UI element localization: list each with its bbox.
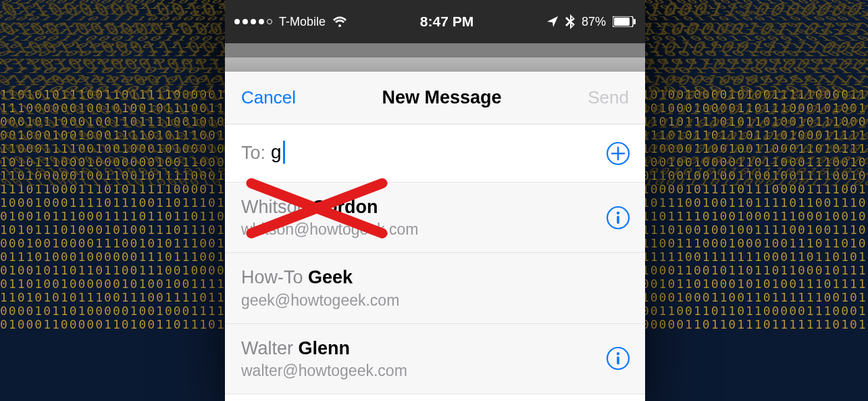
plus-circle-icon [606, 141, 630, 166]
send-button[interactable]: Send [588, 87, 629, 108]
info-circle-icon [606, 206, 630, 230]
to-input[interactable]: g [271, 141, 603, 165]
status-bar: T-Mobile 8:47 PM 87% [225, 0, 645, 43]
status-time: 8:47 PM [347, 14, 546, 30]
contact-suggestion[interactable]: How-To Geekgeek@howtogeek.com [225, 253, 645, 323]
contact-name: How-To Geek [241, 266, 633, 288]
info-circle-icon [606, 346, 630, 371]
to-input-value: g [271, 141, 282, 162]
contact-name: Walter Glenn [241, 337, 603, 359]
compose-sheet: Cancel New Message Send To: g Whitson Go… [225, 72, 645, 394]
add-contact-button[interactable] [603, 139, 633, 168]
battery-icon [613, 16, 636, 27]
signal-dots-icon [234, 19, 272, 24]
to-label: To: [241, 143, 265, 164]
bluetooth-icon [565, 14, 575, 29]
contact-info-button[interactable] [603, 203, 633, 233]
compose-title: New Message [382, 87, 502, 108]
cancel-button[interactable]: Cancel [241, 87, 296, 108]
to-field-row[interactable]: To: g [225, 124, 645, 183]
contact-email: walter@howtogeek.com [241, 362, 603, 380]
carrier-name: T-Mobile [279, 15, 326, 29]
battery-percent: 87% [582, 15, 606, 29]
contact-suggestion[interactable]: Walter Glennwalter@howtogeek.com [225, 324, 645, 394]
contact-email: geek@howtogeek.com [241, 291, 633, 310]
wifi-icon [332, 16, 347, 28]
contact-name: Whitson Gordon [241, 196, 603, 218]
back-card-edge [225, 57, 645, 72]
svg-rect-6 [617, 216, 619, 224]
phone-screenshot: T-Mobile 8:47 PM 87% Cancel New Message … [225, 0, 645, 401]
compose-nav-bar: Cancel New Message Send [225, 72, 645, 124]
text-caret [283, 141, 285, 164]
location-icon [546, 16, 559, 28]
contact-info-button[interactable] [603, 344, 633, 373]
svg-point-8 [617, 352, 619, 355]
svg-rect-1 [614, 18, 630, 26]
background-dim-strip [225, 43, 645, 57]
contact-suggestion[interactable]: Whitson Gordonwhitson@howtogeek.com [225, 183, 645, 253]
contact-email: whitson@howtogeek.com [241, 220, 603, 239]
contact-suggestion-list: Whitson Gordonwhitson@howtogeek.comHow-T… [225, 183, 645, 394]
svg-point-5 [617, 211, 619, 214]
svg-rect-9 [617, 356, 619, 364]
svg-rect-2 [634, 19, 636, 24]
